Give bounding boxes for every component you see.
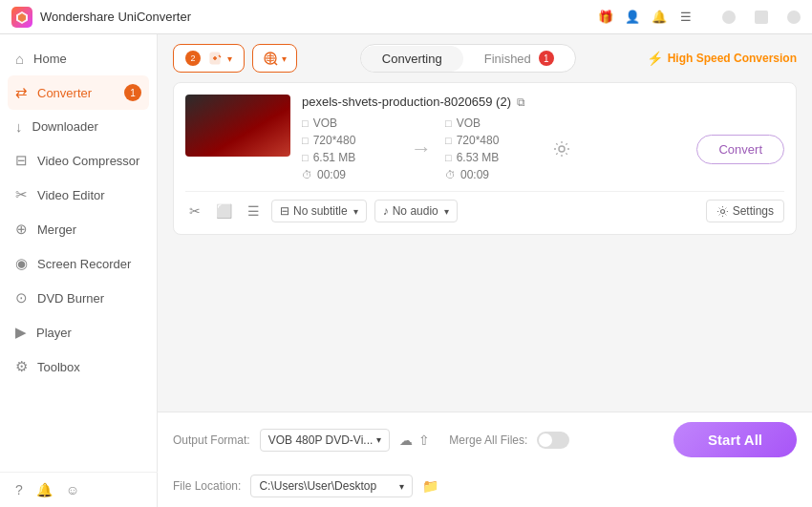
add-url-button[interactable]: ▾ — [252, 44, 297, 73]
sidebar-item-home[interactable]: ⌂ Home — [0, 42, 157, 75]
audio-select[interactable]: ♪ No audio ▾ — [374, 200, 458, 222]
finished-badge: 1 — [539, 51, 554, 66]
tab-group-wrapper: Converting Finished 1 — [305, 44, 631, 73]
player-icon: ▶ — [15, 324, 27, 341]
target-meta: □ VOB □ 720*480 □ 6.53 MB — [445, 116, 541, 181]
sidebar-item-converter[interactable]: ⇄ Converter 1 — [8, 75, 149, 110]
target-duration-icon: ⏱ — [445, 169, 456, 180]
editor-icon: ✂ — [15, 186, 28, 203]
sidebar-item-player[interactable]: ▶ Player — [0, 315, 157, 349]
file-name: pexels-shvets-production-8020659 (2) — [302, 95, 511, 109]
main-content: 2 ▾ ▾ — [158, 34, 812, 507]
audio-icon: ♪ — [383, 204, 389, 218]
toolbox-icon: ⚙ — [15, 358, 28, 375]
sidebar-item-video-compressor[interactable]: ⊟ Video Compressor — [0, 143, 157, 178]
source-size-row: □ 6.51 MB — [302, 151, 397, 164]
sidebar-item-label: Screen Recorder — [37, 257, 131, 271]
file-name-row: pexels-shvets-production-8020659 (2) ⧉ — [302, 95, 784, 109]
source-duration: 00:09 — [317, 168, 346, 181]
minimize-button[interactable] — [722, 11, 736, 24]
sidebar-item-label: Video Compressor — [37, 154, 139, 168]
title-bar-icons: 🎁 👤 🔔 ☰ — [596, 8, 801, 27]
sidebar-item-label: Video Editor — [37, 188, 105, 202]
source-meta: □ VOB □ 720*480 □ 6.51 MB — [302, 116, 397, 181]
source-size: 6.51 MB — [313, 151, 356, 164]
compressor-icon: ⊟ — [15, 152, 28, 169]
subtitle-label: No subtitle — [293, 204, 348, 218]
cloud-icon[interactable]: ☁ — [399, 433, 413, 448]
gift-icon[interactable]: 🎁 — [596, 8, 615, 27]
target-size-icon: □ — [445, 152, 452, 163]
notification-icon[interactable]: 🔔 — [36, 482, 53, 497]
merge-toggle[interactable] — [537, 432, 569, 449]
output-format-chevron: ▾ — [376, 434, 381, 445]
file-card: pexels-shvets-production-8020659 (2) ⧉ □… — [173, 82, 797, 235]
merger-icon: ⊕ — [15, 221, 28, 238]
converter-icon: ⇄ — [15, 84, 28, 101]
target-resolution-icon: □ — [445, 135, 452, 146]
sidebar-item-dvd-burner[interactable]: ⊙ DVD Burner — [0, 281, 157, 315]
subtitle-select[interactable]: ⊟ No subtitle ▾ — [271, 200, 367, 222]
help-icon[interactable]: ? — [15, 482, 23, 497]
location-chevron: ▾ — [399, 481, 404, 492]
source-duration-row: ⏱ 00:09 — [302, 168, 397, 181]
sidebar-item-merger[interactable]: ⊕ Merger — [0, 212, 157, 246]
sidebar-item-toolbox[interactable]: ⚙ Toolbox — [0, 349, 157, 384]
file-list-area: pexels-shvets-production-8020659 (2) ⧉ □… — [158, 82, 812, 412]
share-icon[interactable]: ⇧ — [418, 433, 430, 448]
downloader-icon: ↓ — [15, 118, 23, 135]
file-location-value: C:\Users\User\Desktop — [259, 479, 395, 493]
tab-finished[interactable]: Finished 1 — [463, 45, 575, 72]
sidebar: ⌂ Home ⇄ Converter 1 ↓ Downloader ⊟ Vide… — [0, 34, 158, 507]
footer-format-icons: ☁ ⇧ — [399, 433, 430, 448]
title-bar: Wondershare UniConverter 🎁 👤 🔔 ☰ — [0, 0, 812, 34]
lightning-icon: ⚡ — [647, 51, 663, 66]
app-logo — [11, 7, 32, 28]
user-icon[interactable]: 👤 — [623, 8, 642, 27]
file-meta-cols: □ VOB □ 720*480 □ 6.51 MB — [302, 116, 784, 181]
converter-badge: 1 — [124, 84, 141, 101]
start-all-button[interactable]: Start All — [673, 422, 797, 457]
target-settings-icon[interactable] — [552, 139, 571, 158]
recorder-icon: ◉ — [15, 255, 28, 272]
menu-icon[interactable]: ☰ — [676, 8, 695, 27]
folder-icon[interactable]: 📁 — [422, 478, 438, 494]
target-size: 6.53 MB — [457, 151, 500, 164]
maximize-button[interactable] — [755, 11, 768, 24]
high-speed-conversion-button[interactable]: ⚡ High Speed Conversion — [647, 51, 797, 66]
source-resolution: 720*480 — [313, 134, 356, 147]
close-button[interactable] — [787, 11, 801, 24]
output-format-value: VOB 480P DVD-Vi... — [268, 433, 374, 447]
home-icon: ⌂ — [15, 51, 24, 67]
sidebar-item-screen-recorder[interactable]: ◉ Screen Recorder — [0, 246, 157, 281]
footer-row-1: Output Format: VOB 480P DVD-Vi... ▾ ☁ ⇧ … — [173, 422, 797, 457]
sidebar-item-video-editor[interactable]: ✂ Video Editor — [0, 178, 157, 212]
sidebar-item-label: Home — [33, 52, 67, 66]
sidebar-item-downloader[interactable]: ↓ Downloader — [0, 110, 157, 143]
open-file-icon[interactable]: ⧉ — [517, 95, 525, 109]
add-file-button[interactable]: 2 ▾ — [173, 44, 245, 73]
subtitle-icon: ⊟ — [280, 204, 289, 218]
cut-icon[interactable]: ✂ — [185, 201, 204, 221]
settings-link[interactable]: Settings — [706, 200, 784, 222]
source-format: VOB — [313, 116, 337, 130]
convert-button[interactable]: Convert — [696, 135, 784, 164]
file-location-label: File Location: — [173, 479, 241, 493]
tab-converting[interactable]: Converting — [361, 46, 463, 72]
app-layout: ⌂ Home ⇄ Converter 1 ↓ Downloader ⊟ Vide… — [0, 34, 812, 507]
bell-icon[interactable]: 🔔 — [650, 8, 669, 27]
support-icon[interactable]: ☺ — [66, 482, 79, 497]
target-resolution: 720*480 — [457, 134, 500, 147]
resolution-icon: □ — [302, 135, 309, 146]
effects-icon[interactable]: ☰ — [244, 201, 264, 221]
sidebar-item-label: Merger — [37, 222, 76, 237]
sidebar-item-label: Downloader — [32, 119, 98, 134]
output-format-select[interactable]: VOB 480P DVD-Vi... ▾ — [260, 429, 391, 452]
footer-row-2: File Location: C:\Users\User\Desktop ▾ 📁 — [173, 475, 797, 497]
add-url-chevron: ▾ — [282, 53, 287, 64]
file-location-select[interactable]: C:\Users\User\Desktop ▾ — [250, 475, 413, 497]
crop-icon[interactable]: ⬜ — [212, 201, 236, 221]
footer: Output Format: VOB 480P DVD-Vi... ▾ ☁ ⇧ … — [158, 412, 812, 507]
toolbar: 2 ▾ ▾ — [158, 34, 812, 82]
add-file-badge: 2 — [185, 51, 201, 66]
